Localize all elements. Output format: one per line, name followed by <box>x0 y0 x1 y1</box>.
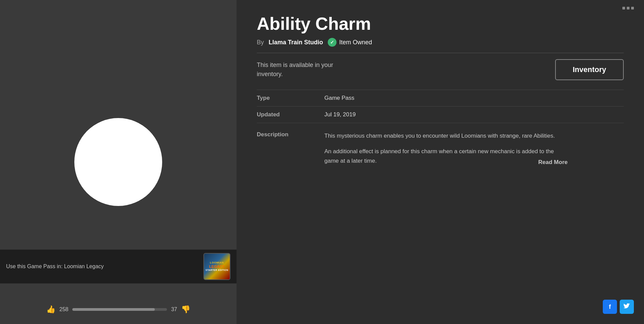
updated-value: Jul 19, 2019 <box>324 111 356 118</box>
details-table: Type Game Pass Updated Jul 19, 2019 <box>257 90 624 123</box>
owned-badge: ✓ Item Owned <box>328 38 372 47</box>
updated-row: Updated Jul 19, 2019 <box>257 107 624 123</box>
main-container: Use this Game Pass in: Loomian Legacy LO… <box>0 0 644 324</box>
creator-row: By Llama Train Studio ✓ Item Owned <box>257 38 624 47</box>
title-divider <box>257 53 624 53</box>
facebook-button[interactable]: f <box>603 300 617 314</box>
vote-bar <box>72 308 167 311</box>
dot-3 <box>631 7 634 9</box>
type-label: Type <box>257 95 311 101</box>
game-pass-banner: Use this Game Pass in: Loomian Legacy LO… <box>0 250 237 283</box>
thumbs-up-icon[interactable]: 👍 <box>46 305 55 314</box>
like-count: 258 <box>59 306 69 313</box>
item-image <box>74 118 162 206</box>
vote-bar-fill <box>72 308 155 311</box>
social-buttons: f <box>603 300 634 314</box>
game-thumbnail[interactable]: LOOMIAN LEGACY STARTER EDITION <box>203 253 230 280</box>
description-section: Description This mysterious charm enable… <box>257 131 624 167</box>
twitter-button[interactable] <box>620 300 634 314</box>
vote-section: 👍 258 37 👎 <box>0 305 237 314</box>
type-row: Type Game Pass <box>257 90 624 107</box>
inventory-description: This item is available in your inventory… <box>257 61 333 79</box>
creator-prefix: By <box>257 39 264 46</box>
type-value: Game Pass <box>324 95 354 101</box>
dislike-count: 37 <box>171 306 177 313</box>
item-title: Ability Charm <box>257 14 624 34</box>
thumbs-down-icon[interactable]: 👎 <box>181 305 190 314</box>
three-dots-menu[interactable] <box>622 7 634 9</box>
inventory-button[interactable]: Inventory <box>555 59 624 80</box>
dot-1 <box>622 7 625 9</box>
creator-name[interactable]: Llama Train Studio <box>269 39 323 46</box>
right-panel: Ability Charm By Llama Train Studio ✓ It… <box>237 0 644 324</box>
left-panel: Use this Game Pass in: Loomian Legacy LO… <box>0 0 237 324</box>
description-label: Description <box>257 131 311 162</box>
twitter-icon <box>623 303 630 310</box>
description-text: This mysterious charm enables you to enc… <box>324 131 568 167</box>
updated-label: Updated <box>257 111 311 118</box>
read-more-link[interactable]: Read More <box>538 158 568 167</box>
description-paragraph-1: This mysterious charm enables you to enc… <box>324 131 568 141</box>
owned-check-icon: ✓ <box>328 38 337 47</box>
inventory-row: This item is available in your inventory… <box>257 59 624 80</box>
dot-2 <box>627 7 629 9</box>
game-pass-banner-text: Use this Game Pass in: Loomian Legacy <box>6 263 104 270</box>
description-paragraph-2: An additional effect is planned for this… <box>324 147 568 166</box>
owned-text: Item Owned <box>339 39 372 46</box>
